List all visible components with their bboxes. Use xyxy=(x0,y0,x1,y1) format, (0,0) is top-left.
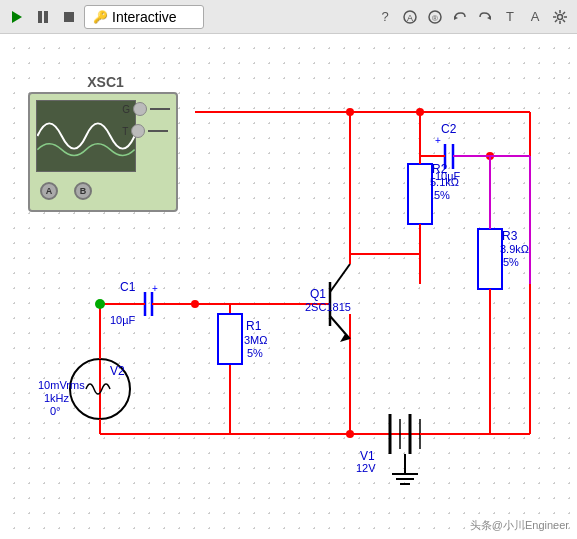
help-button[interactable]: ? xyxy=(374,6,396,28)
play-button[interactable] xyxy=(6,6,28,28)
svg-rect-69 xyxy=(478,229,502,289)
undo-button[interactable] xyxy=(449,6,471,28)
v2-freq: 1kHz xyxy=(44,392,69,404)
svg-point-38 xyxy=(486,152,494,160)
settings-button[interactable] xyxy=(549,6,571,28)
c1-value: 10µF xyxy=(110,314,135,326)
r3-value: 3.9kΩ xyxy=(500,243,529,255)
r3-tolerance: 5% xyxy=(503,256,519,268)
svg-rect-3 xyxy=(64,12,74,22)
mode-icon: 🔑 xyxy=(93,10,108,24)
terminal-t-wire xyxy=(148,130,168,132)
svg-marker-8 xyxy=(454,16,458,20)
svg-point-24 xyxy=(191,300,199,308)
r1-tolerance: 5% xyxy=(247,347,263,359)
osc-terminals: G T xyxy=(122,102,170,138)
svg-line-53 xyxy=(330,264,350,292)
redo-button[interactable] xyxy=(474,6,496,28)
osc-terminal-g: G xyxy=(122,102,170,116)
oscilloscope-screen xyxy=(36,100,136,172)
svg-marker-55 xyxy=(340,334,350,342)
svg-text:+: + xyxy=(435,135,441,146)
font-button[interactable]: A xyxy=(524,6,546,28)
svg-rect-59 xyxy=(408,164,432,224)
stop-button[interactable] xyxy=(58,6,80,28)
oscilloscope-body: G T A B xyxy=(28,92,178,212)
terminal-t-circle xyxy=(131,124,145,138)
svg-point-26 xyxy=(346,108,354,116)
svg-marker-9 xyxy=(487,16,491,20)
zoom-button[interactable]: T xyxy=(499,6,521,28)
oscilloscope-label: XSC1 xyxy=(28,74,183,90)
copy-button[interactable]: ® xyxy=(424,6,446,28)
svg-rect-2 xyxy=(44,11,48,23)
mode-text: Interactive xyxy=(112,9,177,25)
svg-point-28 xyxy=(346,430,354,438)
svg-text:+: + xyxy=(152,283,158,294)
annotation-button[interactable]: A xyxy=(399,6,421,28)
osc-ab-terminals: A B xyxy=(40,182,92,200)
terminal-b: B xyxy=(74,182,92,200)
v1-label: V1 xyxy=(360,449,375,463)
r2-tolerance: 5% xyxy=(434,189,450,201)
r1-value: 3MΩ xyxy=(244,334,268,346)
toolbar-right: ? A ® T A xyxy=(374,6,571,28)
svg-text:®: ® xyxy=(432,14,438,23)
terminal-g-circle xyxy=(133,102,147,116)
c2-label: C2 xyxy=(441,122,456,136)
v2-value: 10mVrms xyxy=(38,379,85,391)
v1-value: 12V xyxy=(356,462,376,474)
oscilloscope: XSC1 G T xyxy=(28,74,183,214)
r1-label: R1 xyxy=(246,319,261,333)
q1-label: Q1 xyxy=(310,287,326,301)
svg-rect-50 xyxy=(218,314,242,364)
terminal-a: A xyxy=(40,182,58,200)
v2-label: V2 xyxy=(110,364,125,378)
svg-marker-0 xyxy=(12,11,22,23)
svg-point-10 xyxy=(558,14,563,19)
svg-text:A: A xyxy=(407,13,413,23)
c1-label: C1 xyxy=(120,280,135,294)
toolbar: 🔑 Interactive ? A ® T A xyxy=(0,0,577,34)
watermark: 头条@小川Engineer xyxy=(470,518,569,533)
r3-label: R3 xyxy=(502,229,517,243)
mode-selector[interactable]: 🔑 Interactive xyxy=(84,5,204,29)
c2-value: 10µF xyxy=(435,170,460,182)
svg-line-54 xyxy=(330,316,350,339)
svg-rect-1 xyxy=(38,11,42,23)
q1-value: 2SC1815 xyxy=(305,301,351,313)
v2-phase: 0° xyxy=(50,405,61,417)
pause-button[interactable] xyxy=(32,6,54,28)
svg-point-30 xyxy=(416,108,424,116)
svg-point-82 xyxy=(95,299,105,309)
osc-terminal-t: T xyxy=(122,124,170,138)
canvas-area[interactable]: XSC1 G T xyxy=(0,34,577,539)
terminal-g-wire xyxy=(150,108,170,110)
svg-point-19 xyxy=(96,300,104,308)
